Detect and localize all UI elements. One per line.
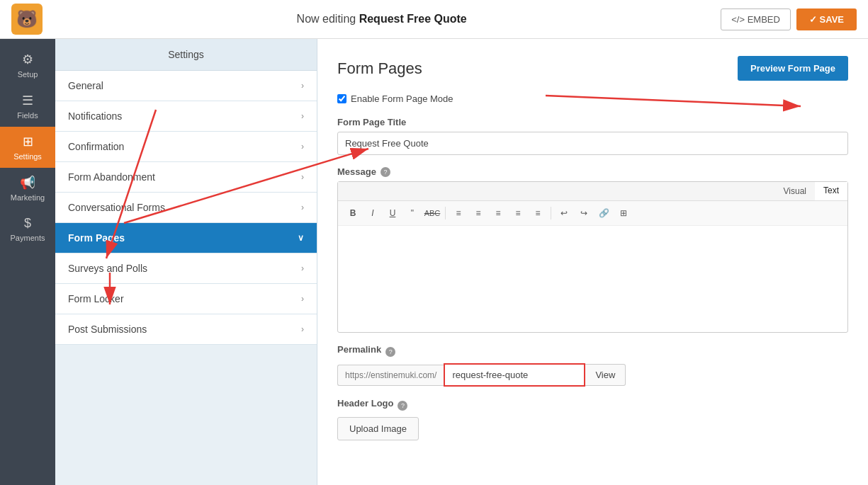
nav-item-post-submissions[interactable]: Post Submissions › xyxy=(55,314,317,345)
nav-item-form-locker[interactable]: Form Locker › xyxy=(55,284,317,314)
enable-form-page-row: Enable Form Page Mode xyxy=(337,93,848,104)
header-logo-section: Header Logo ? Upload Image xyxy=(337,398,848,440)
toolbar-redo[interactable]: ↪ xyxy=(575,205,593,222)
permalink-help-icon[interactable]: ? xyxy=(385,347,395,357)
chevron-icon-form-abandonment: › xyxy=(301,172,304,182)
toolbar-link[interactable]: 🔗 xyxy=(594,205,613,222)
message-header: Message ? xyxy=(337,166,848,177)
permalink-label-row: Permalink ? xyxy=(337,344,848,359)
embed-button[interactable]: </> EMBED xyxy=(721,8,791,30)
left-sidebar: ⚙ Setup ☰ Fields ⊞ Settings 📢 Marketing … xyxy=(0,39,55,485)
nav-label-form-pages: Form Pages xyxy=(68,232,125,244)
toolbar-align-center[interactable]: ≡ xyxy=(509,205,527,222)
toolbar-strikethrough[interactable]: ABC xyxy=(423,205,441,222)
message-label: Message xyxy=(337,166,376,177)
enable-form-page-checkbox[interactable] xyxy=(337,94,346,103)
save-button[interactable]: ✓ SAVE xyxy=(796,8,857,30)
nav-item-conversational-forms[interactable]: Conversational Forms › xyxy=(55,193,317,223)
visual-tab[interactable]: Visual xyxy=(775,182,815,200)
nav-item-notifications[interactable]: Notifications › xyxy=(55,101,317,132)
editor-body[interactable] xyxy=(338,226,847,332)
toolbar-insert[interactable]: ⊞ xyxy=(614,205,633,222)
nav-label-confirmation: Confirmation xyxy=(68,141,124,152)
permalink-label-header: Permalink ? xyxy=(337,344,848,359)
editing-title: Now editing Request Free Quote xyxy=(297,13,467,25)
marketing-icon: 📢 xyxy=(20,175,35,190)
fields-icon: ☰ xyxy=(22,93,33,108)
toolbar-align-right[interactable]: ≡ xyxy=(529,205,547,222)
message-help-icon[interactable]: ? xyxy=(381,167,390,177)
setup-icon: ⚙ xyxy=(22,52,33,67)
toolbar-ol[interactable]: ≡ xyxy=(469,205,487,222)
sidebar-label-marketing: Marketing xyxy=(11,193,45,202)
chevron-icon-surveys-polls: › xyxy=(301,263,304,273)
sidebar-item-settings[interactable]: ⊞ Settings xyxy=(0,127,55,168)
nav-label-form-abandonment: Form Abandonment xyxy=(68,171,155,183)
editor-tabs: Visual Text xyxy=(338,182,847,201)
view-button[interactable]: View xyxy=(585,364,626,386)
nav-label-surveys-polls: Surveys and Polls xyxy=(68,263,147,274)
nav-item-form-abandonment[interactable]: Form Abandonment › xyxy=(55,162,317,193)
payments-icon: $ xyxy=(24,216,31,231)
editing-label: Now editing xyxy=(297,13,356,25)
editor-toolbar: B I U " ABC ≡ ≡ ≡ ≡ ≡ ↩ ↪ 🔗 xyxy=(338,201,847,226)
toolbar-undo[interactable]: ↩ xyxy=(555,205,573,222)
settings-icon: ⊞ xyxy=(23,134,33,149)
chevron-icon-general: › xyxy=(301,81,304,91)
settings-header: Settings xyxy=(55,39,317,71)
toolbar-italic[interactable]: I xyxy=(363,205,382,222)
sidebar-label-fields: Fields xyxy=(17,111,38,120)
header-logo-label: Header Logo xyxy=(337,398,393,409)
chevron-icon-form-pages: ∨ xyxy=(298,233,304,243)
toolbar-bold[interactable]: B xyxy=(344,205,362,222)
upload-image-button[interactable]: Upload Image xyxy=(337,417,419,440)
sidebar-label-settings: Settings xyxy=(13,152,42,161)
permalink-row: https://enstinemuki.com/ View xyxy=(337,363,848,387)
nav-item-form-pages[interactable]: Form Pages ∨ xyxy=(55,223,317,253)
sidebar-item-payments[interactable]: $ Payments xyxy=(0,209,55,249)
preview-form-page-button[interactable]: Preview Form Page xyxy=(738,56,848,81)
enable-form-page-label[interactable]: Enable Form Page Mode xyxy=(351,93,453,104)
form-page-title-label: Form Page Title xyxy=(337,117,848,127)
nav-item-general[interactable]: General › xyxy=(55,71,317,101)
header-logo-label-row: Header Logo ? xyxy=(337,398,848,413)
message-section: Message ? Visual Text B I U " ABC xyxy=(337,166,848,333)
nav-item-confirmation[interactable]: Confirmation › xyxy=(55,132,317,162)
main-content: Form Pages Preview Form Page Enable Form… xyxy=(317,39,868,485)
section-header: Form Pages Preview Form Page xyxy=(337,56,848,81)
app-logo: 🐻 xyxy=(11,4,43,35)
toolbar-sep-2 xyxy=(551,207,551,219)
permalink-base: https://enstinemuki.com/ xyxy=(337,365,444,386)
settings-nav: Settings General › Notifications › Confi… xyxy=(55,39,317,485)
chevron-icon-conversational-forms: › xyxy=(301,202,304,212)
toolbar-align-left[interactable]: ≡ xyxy=(489,205,507,222)
section-title: Form Pages xyxy=(337,59,422,78)
sidebar-item-setup[interactable]: ⚙ Setup xyxy=(0,45,55,86)
toolbar-ul[interactable]: ≡ xyxy=(449,205,468,222)
nav-label-notifications: Notifications xyxy=(68,110,122,122)
chevron-icon-post-submissions: › xyxy=(301,324,304,334)
toolbar-blockquote[interactable]: " xyxy=(403,205,422,222)
chevron-icon-confirmation: › xyxy=(301,142,304,152)
text-tab[interactable]: Text xyxy=(815,182,847,200)
nav-label-conversational-forms: Conversational Forms xyxy=(68,202,165,213)
chevron-icon-form-locker: › xyxy=(301,294,304,304)
form-page-title-input[interactable] xyxy=(337,132,848,155)
toolbar-underline[interactable]: U xyxy=(383,205,402,222)
sidebar-label-setup: Setup xyxy=(18,70,38,79)
sidebar-item-fields[interactable]: ☰ Fields xyxy=(0,86,55,127)
topbar-actions: </> EMBED ✓ SAVE xyxy=(721,8,857,30)
nav-item-surveys-polls[interactable]: Surveys and Polls › xyxy=(55,253,317,284)
chevron-icon-notifications: › xyxy=(301,111,304,121)
toolbar-sep-1 xyxy=(445,207,446,219)
header-logo-help-icon[interactable]: ? xyxy=(398,401,407,411)
logo-area: 🐻 xyxy=(11,4,43,35)
sidebar-item-marketing[interactable]: 📢 Marketing xyxy=(0,168,55,209)
nav-label-general: General xyxy=(68,80,103,91)
editor-wrapper: Visual Text B I U " ABC ≡ ≡ ≡ ≡ ≡ xyxy=(337,181,848,333)
sidebar-label-payments: Payments xyxy=(11,234,45,242)
form-name: Request Free Quote xyxy=(359,13,467,25)
nav-label-form-locker: Form Locker xyxy=(68,293,124,304)
permalink-label: Permalink xyxy=(337,344,381,355)
permalink-slug-input[interactable] xyxy=(444,363,585,387)
